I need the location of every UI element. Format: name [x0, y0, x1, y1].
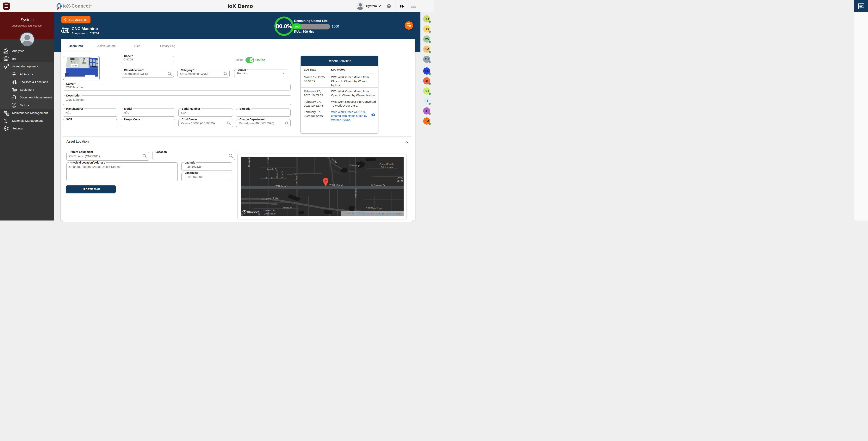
svg-text:mapbox: mapbox: [247, 210, 259, 214]
svg-text:© Mapbox © OpenStreetMap Impro: © Mapbox © OpenStreetMap Improve this ma…: [344, 212, 401, 215]
svg-text:Observato: Observato: [248, 157, 250, 167]
svg-text:80.0%: 80.0%: [276, 23, 292, 29]
svg-text:Sports C: Sports C: [397, 180, 404, 182]
svg-text:Amelia St: Amelia St: [283, 207, 292, 209]
svg-text:Livingston St: Livingston St: [264, 213, 276, 215]
svg-text:CNC LATHE: CNC LATHE: [72, 66, 76, 67]
svg-text:Arundel Dr: Arundel Dr: [267, 168, 277, 170]
svg-text:Berry St: Berry St: [266, 177, 273, 179]
svg-text:Fairgrounds: Fairgrounds: [381, 166, 393, 168]
svg-text:Hastings St: Hastings St: [295, 174, 298, 184]
svg-text:John St: John St: [281, 171, 283, 178]
svg-text:Powe: Powe: [267, 210, 270, 216]
svg-text:Kirk St: Kirk St: [267, 157, 269, 163]
svg-text:Walkup Dr: Walkup Dr: [354, 188, 357, 198]
svg-text:Harwood Ave: Harwood Ave: [264, 209, 276, 211]
svg-text:Emery F: Emery F: [397, 177, 404, 179]
svg-text:CBT1340: CBT1340: [72, 65, 77, 66]
svg-text:W Colonial Dr: W Colonial Dr: [371, 184, 385, 186]
svg-text:Nowell St: Nowell St: [276, 169, 278, 178]
svg-text:W Colonial Dr: W Colonial Dr: [329, 184, 343, 186]
svg-text:W Colonial Dr: W Colonial Dr: [276, 185, 289, 187]
svg-text:Central Florida: Central Florida: [379, 163, 394, 165]
